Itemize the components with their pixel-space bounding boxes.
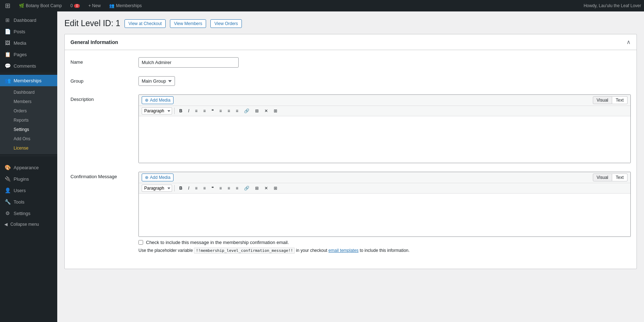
include-email-checkbox[interactable] <box>138 240 143 245</box>
confirmation-toolbar-align-right[interactable]: ≡ <box>233 185 241 192</box>
name-row: Name <box>70 57 631 68</box>
confirmation-add-media-button[interactable]: ⊕ Add Media <box>142 174 174 181</box>
confirmation-toolbar-table[interactable]: ⊞ <box>253 185 261 192</box>
sidebar-item-tools[interactable]: 🔧 Tools <box>0 196 57 208</box>
group-label: Group <box>70 76 131 84</box>
admin-sidebar: ⊞ Dashboard 📄 Posts 🖼 Media 📋 Pages 💬 Co… <box>0 11 57 322</box>
confirmation-format-select[interactable]: Paragraph <box>142 185 172 192</box>
collapse-icon: ◀ <box>4 222 8 227</box>
sidebar-item-pages[interactable]: 📋 Pages <box>0 49 57 60</box>
sidebar-item-comments[interactable]: 💬 Comments <box>0 60 57 72</box>
confirmation-toolbar-ul[interactable]: ≡ <box>192 185 200 192</box>
memberships-bar-link[interactable]: 👥 Memberships <box>107 0 144 11</box>
comments-icon: 💬 <box>4 63 11 69</box>
submenu-members[interactable]: Members <box>0 97 57 106</box>
confirmation-label: Confirmation Message <box>70 172 131 179</box>
description-row: Description ⊕ Add Media Visual Text <box>70 94 631 163</box>
tools-icon: 🔧 <box>4 199 11 205</box>
description-toolbar: Paragraph B I ≡ ≡ ❝ ≡ ≡ ≡ <box>139 106 630 116</box>
toolbar-italic[interactable]: I <box>186 107 192 114</box>
description-add-media-button[interactable]: ⊕ Add Media <box>142 96 174 104</box>
appearance-icon: 🎨 <box>4 165 11 170</box>
description-visual-tab[interactable]: Visual <box>593 96 612 104</box>
pages-icon: 📋 <box>4 52 11 57</box>
toolbar-table[interactable]: ⊞ <box>253 107 261 114</box>
submenu-orders[interactable]: Orders <box>0 106 57 116</box>
sidebar-item-users[interactable]: 👤 Users <box>0 185 57 196</box>
group-select[interactable]: Main Group None <box>138 76 175 86</box>
submenu-dashboard[interactable]: Dashboard <box>0 88 57 97</box>
toolbar-align-left[interactable]: ≡ <box>217 107 224 114</box>
panel-toggle-icon[interactable]: ∧ <box>626 39 631 45</box>
memberships-submenu: Dashboard Members Orders Reports Setting… <box>0 86 57 154</box>
site-icon: 🌿 <box>19 3 24 8</box>
toolbar-align-right[interactable]: ≡ <box>233 107 241 114</box>
plugins-icon: 🔌 <box>4 176 11 182</box>
group-control: Main Group None <box>138 76 631 86</box>
description-editor-header: ⊕ Add Media Visual Text <box>139 95 630 106</box>
description-control: ⊕ Add Media Visual Text Paragr <box>138 94 631 163</box>
toolbar-link[interactable]: 🔗 <box>241 107 252 114</box>
sidebar-item-media[interactable]: 🖼 Media <box>0 37 57 49</box>
sidebar-item-settings[interactable]: ⚙ Settings <box>0 208 57 219</box>
include-email-row: Check to include this message in the mem… <box>138 240 631 245</box>
toolbar-more[interactable]: ⊞ <box>271 107 280 114</box>
description-format-select[interactable]: Paragraph <box>142 107 172 114</box>
sidebar-item-plugins[interactable]: 🔌 Plugins <box>0 173 57 185</box>
confirmation-toolbar-more[interactable]: ⊞ <box>271 185 280 192</box>
site-link[interactable]: 🌿 Botany Boot Camp <box>17 0 64 11</box>
name-input[interactable] <box>138 57 239 68</box>
view-members-button[interactable]: View Members <box>170 19 206 28</box>
description-text-tab[interactable]: Text <box>612 96 628 104</box>
toolbar-ul[interactable]: ≡ <box>192 107 200 114</box>
confirmation-toolbar-link[interactable]: 🔗 <box>241 185 252 192</box>
confirmation-editor: ⊕ Add Media Visual Text Paragr <box>138 172 631 237</box>
confirmation-toolbar-ol[interactable]: ≡ <box>201 185 208 192</box>
toolbar-align-center[interactable]: ≡ <box>225 107 233 114</box>
collapse-menu-button[interactable]: ◀ Collapse menu <box>0 219 57 230</box>
confirmation-control: ⊕ Add Media Visual Text Paragr <box>138 172 631 253</box>
comment-link[interactable]: 0 0 <box>68 0 82 11</box>
wp-logo-icon[interactable]: ⊞ <box>3 0 13 11</box>
settings-icon: ⚙ <box>4 210 11 216</box>
confirmation-text-tab[interactable]: Text <box>612 174 628 181</box>
confirmation-visual-tab[interactable]: Visual <box>593 174 612 181</box>
confirmation-toolbar-align-center[interactable]: ≡ <box>225 185 233 192</box>
page-title-area: Edit Level ID: 1 View at Checkout View M… <box>64 19 637 28</box>
main-content: Edit Level ID: 1 View at Checkout View M… <box>57 11 644 322</box>
new-content-link[interactable]: + New <box>86 0 103 11</box>
sidebar-item-dashboard[interactable]: ⊞ Dashboard <box>0 14 57 26</box>
sidebar-item-appearance[interactable]: 🎨 Appearance <box>0 162 57 173</box>
sidebar-item-memberships[interactable]: 👥 Memberships <box>0 75 57 86</box>
panel-body: Name Group Main Group None <box>65 50 636 269</box>
description-editor-body[interactable] <box>139 116 630 163</box>
confirmation-toolbar-italic[interactable]: I <box>186 185 192 192</box>
memberships-icon: 👥 <box>4 78 11 83</box>
submenu-license[interactable]: License <box>0 143 57 153</box>
panel-title: General Information <box>70 39 118 45</box>
posts-icon: 📄 <box>4 29 11 34</box>
confirmation-add-media-icon: ⊕ <box>145 175 148 180</box>
email-templates-link[interactable]: email templates <box>328 248 358 253</box>
view-orders-button[interactable]: View Orders <box>210 19 242 28</box>
confirmation-toolbar-fullscreen[interactable]: ✕ <box>262 185 270 192</box>
confirmation-toolbar-blockquote[interactable]: ❝ <box>209 185 216 192</box>
view-at-checkout-button[interactable]: View at Checkout <box>125 19 166 28</box>
confirmation-editor-header: ⊕ Add Media Visual Text <box>139 172 630 183</box>
submenu-settings[interactable]: Settings <box>0 125 57 134</box>
confirmation-toolbar-align-left[interactable]: ≡ <box>217 185 224 192</box>
toolbar-fullscreen[interactable]: ✕ <box>262 107 270 114</box>
submenu-reports[interactable]: Reports <box>0 116 57 125</box>
panel-header: General Information ∧ <box>65 34 636 50</box>
toolbar-bold[interactable]: B <box>177 107 185 114</box>
users-icon: 👤 <box>4 187 11 193</box>
page-title: Edit Level ID: 1 <box>64 19 120 28</box>
admin-bar: ⊞ 🌿 Botany Boot Camp 0 0 + New 👥 Members… <box>0 0 644 11</box>
confirmation-editor-body[interactable] <box>139 194 630 236</box>
submenu-addons[interactable]: Add Ons <box>0 134 57 143</box>
howdy-text: Howdy, Lau'ulu the Leaf Lover <box>584 3 641 8</box>
confirmation-toolbar-bold[interactable]: B <box>177 185 185 192</box>
toolbar-ol[interactable]: ≡ <box>201 107 208 114</box>
toolbar-blockquote[interactable]: ❝ <box>209 107 216 114</box>
sidebar-item-posts[interactable]: 📄 Posts <box>0 26 57 37</box>
